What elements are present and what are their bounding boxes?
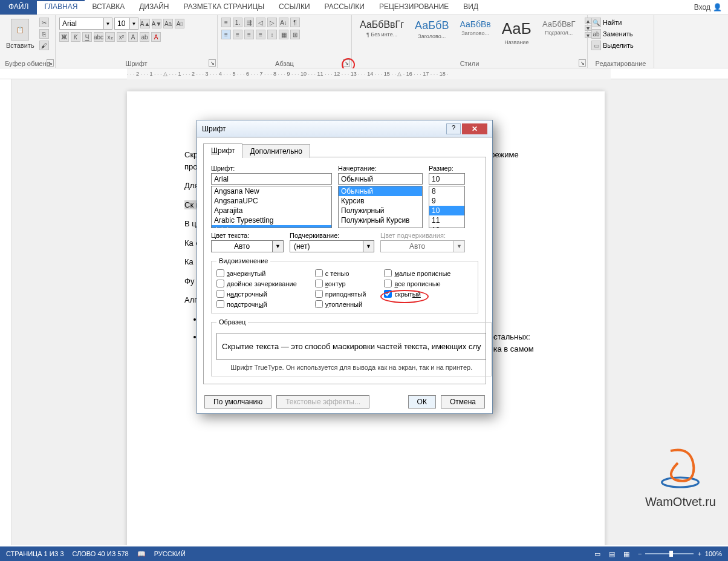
checkbox-outline[interactable]: контур: [315, 280, 366, 287]
tab-pagelayout[interactable]: РАЗМЕТКА СТРАНИЦЫ: [177, 0, 272, 15]
line-spacing-icon[interactable]: ↕: [267, 30, 277, 39]
sort-icon[interactable]: A↓: [279, 18, 288, 27]
align-right-icon[interactable]: ≡: [244, 30, 254, 39]
highlight-icon[interactable]: ab: [140, 32, 149, 42]
style-subtitle[interactable]: АаБбВвГПодзагол...: [538, 18, 580, 38]
style-input[interactable]: [338, 173, 423, 185]
font-option[interactable]: Aparajita: [212, 206, 331, 215]
checkbox-hidden[interactable]: скрытый: [384, 290, 450, 298]
find-button[interactable]: 🔍Найти: [591, 18, 622, 27]
dialog-titlebar[interactable]: Шрифт ? ✕: [197, 120, 492, 137]
styles-launcher[interactable]: ↘: [579, 59, 586, 67]
file-tab[interactable]: ФАЙЛ: [0, 0, 37, 15]
zoom-slider[interactable]: [645, 553, 694, 554]
style-option[interactable]: Обычный: [339, 186, 422, 196]
ok-button[interactable]: ОК: [408, 395, 436, 408]
copy-icon[interactable]: ⎘: [39, 29, 49, 39]
increase-indent-icon[interactable]: ▷: [267, 18, 277, 27]
style-title[interactable]: АаБНазвание: [498, 18, 536, 47]
italic-button[interactable]: К: [71, 32, 80, 42]
size-option[interactable]: 11: [429, 215, 464, 225]
status-words[interactable]: СЛОВО 40 ИЗ 578: [73, 550, 129, 557]
size-input[interactable]: [429, 173, 465, 185]
font-color-icon[interactable]: A: [151, 32, 161, 42]
tab-review[interactable]: РЕЦЕНЗИРОВАНИЕ: [372, 0, 456, 15]
checkbox-allcaps[interactable]: все прописные: [384, 280, 450, 287]
ruler-horizontal[interactable]: · · · 2 · · · 1 · · · △ · · · 1 · · · 2 …: [0, 68, 728, 79]
shrink-font-icon[interactable]: A▼: [152, 19, 161, 28]
text-effects-icon[interactable]: A: [128, 32, 138, 42]
font-input[interactable]: [211, 173, 332, 185]
superscript-icon[interactable]: x²: [117, 32, 126, 42]
dialog-close-button[interactable]: ✕: [462, 123, 487, 134]
size-option[interactable]: 10: [429, 206, 464, 215]
tab-references[interactable]: ССЫЛКИ: [271, 0, 317, 15]
size-option[interactable]: 12: [429, 225, 464, 228]
strikethrough-icon[interactable]: abc: [94, 32, 103, 42]
checkbox-strikethrough[interactable]: зачеркнутый: [216, 269, 297, 277]
dialog-help-button[interactable]: ?: [446, 123, 461, 134]
view-print-icon[interactable]: ▤: [609, 550, 615, 558]
justify-icon[interactable]: ≡: [256, 30, 265, 39]
style-normal[interactable]: АаБбВвГг¶ Без инте...: [356, 18, 408, 39]
underline-combo[interactable]: (нет)▼: [290, 240, 374, 252]
paragraph-launcher[interactable]: ↘: [343, 59, 350, 67]
tab-insert[interactable]: ВСТАВКА: [85, 0, 132, 15]
subscript-icon[interactable]: x₂: [105, 32, 115, 42]
checkbox-subscript[interactable]: подстрочный: [216, 300, 297, 308]
tab-view[interactable]: ВИД: [456, 0, 486, 15]
tab-home[interactable]: ГЛАВНАЯ: [37, 0, 85, 15]
font-listbox[interactable]: Angsana New AngsanaUPC Aparajita Arabic …: [211, 186, 332, 228]
font-option[interactable]: Arabic Typesetting: [212, 215, 331, 225]
clipboard-launcher[interactable]: ↘: [47, 59, 54, 67]
login-button[interactable]: Вход👤: [688, 0, 728, 15]
borders-icon[interactable]: ⊞: [290, 30, 300, 39]
font-name-combo[interactable]: ▼: [59, 18, 112, 30]
cut-icon[interactable]: ✂: [39, 18, 49, 27]
zoom-level[interactable]: 100%: [705, 550, 722, 557]
set-default-button[interactable]: По умолчанию: [204, 395, 271, 408]
size-option[interactable]: 9: [429, 196, 464, 206]
paste-button[interactable]: 📋 Вставить: [4, 18, 37, 50]
bullets-icon[interactable]: ≡: [221, 18, 231, 27]
font-launcher[interactable]: ↘: [209, 59, 216, 67]
checkbox-double-strikethrough[interactable]: двойное зачеркивание: [216, 280, 297, 287]
checkbox-superscript[interactable]: надстрочный: [216, 290, 297, 298]
underline-color-combo[interactable]: Авто▼: [380, 240, 465, 252]
style-option[interactable]: Полужирный Курсив: [339, 215, 422, 225]
replace-button[interactable]: abЗаменить: [591, 29, 632, 39]
shading-icon[interactable]: ▦: [279, 30, 288, 39]
checkbox-engrave[interactable]: утопленный: [315, 300, 366, 308]
underline-button[interactable]: Ч: [82, 32, 92, 42]
status-language[interactable]: РУССКИЙ: [154, 550, 186, 557]
grow-font-icon[interactable]: A▲: [140, 19, 150, 28]
size-listbox[interactable]: 8 9 10 11 12: [429, 186, 465, 228]
font-option[interactable]: Angsana New: [212, 186, 331, 196]
select-button[interactable]: ▭Выделить: [591, 41, 634, 50]
numbering-icon[interactable]: 1.: [233, 18, 242, 27]
multilevel-icon[interactable]: ⇶: [244, 18, 254, 27]
checkbox-shadow[interactable]: с тенью: [315, 269, 366, 277]
text-effects-button[interactable]: Текстовые эффекты...: [276, 395, 369, 408]
format-painter-icon[interactable]: 🖌: [39, 41, 49, 50]
dialog-tab-font[interactable]: Шрифт: [203, 143, 242, 157]
font-option[interactable]: AngsanaUPC: [212, 196, 331, 206]
checkbox-emboss[interactable]: приподнятый: [315, 290, 366, 298]
align-center-icon[interactable]: ≡: [233, 30, 242, 39]
view-read-icon[interactable]: ▭: [594, 550, 600, 558]
cancel-button[interactable]: Отмена: [441, 395, 485, 408]
style-option[interactable]: Полужирный: [339, 206, 422, 215]
style-heading1[interactable]: АаБбВЗаголово...: [411, 18, 453, 41]
tab-mailings[interactable]: РАССЫЛКИ: [317, 0, 372, 15]
zoom-out-icon[interactable]: −: [638, 550, 642, 557]
show-marks-icon[interactable]: ¶: [290, 18, 300, 27]
checkbox-smallcaps[interactable]: малые прописные: [384, 269, 450, 277]
zoom-in-icon[interactable]: +: [697, 550, 701, 557]
font-option[interactable]: Arial: [212, 225, 331, 228]
ruler-vertical[interactable]: [0, 79, 12, 545]
decrease-indent-icon[interactable]: ◁: [256, 18, 265, 27]
style-option[interactable]: Курсив: [339, 196, 422, 206]
style-listbox[interactable]: Обычный Курсив Полужирный Полужирный Кур…: [338, 186, 423, 228]
align-left-icon[interactable]: ≡: [221, 30, 231, 39]
size-option[interactable]: 8: [429, 186, 464, 196]
